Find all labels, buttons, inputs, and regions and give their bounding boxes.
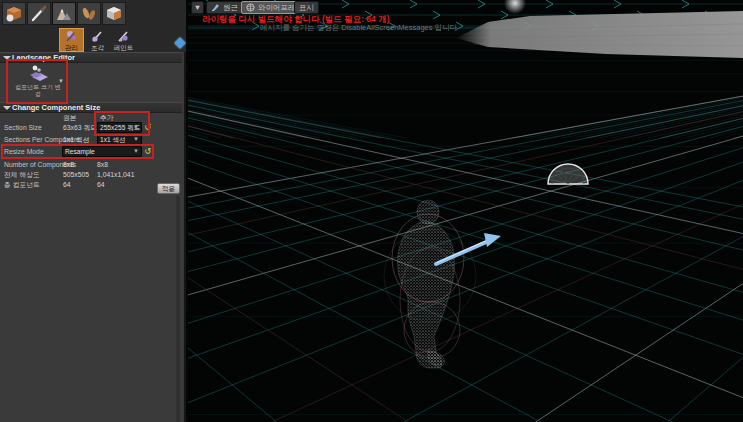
apply-button[interactable]: 적용 [157,183,180,194]
viewport-options-button[interactable]: ▼ [191,1,204,14]
geometry-edit-mode-button[interactable] [102,2,126,25]
prop-original-sections-per-component: 1x1 섹션 [63,134,89,145]
tool-dropdown-caret-icon[interactable]: ▼ [58,78,64,84]
sculpt-tab-label: 조각 [91,44,104,51]
chevron-down-icon: ▼ [133,135,139,144]
reset-to-default-icon[interactable]: ↺ [143,146,152,157]
landscape-wireframe-grid [188,26,743,422]
change-component-size-tool-button[interactable]: ▼ 컴포넌트 크기 변 경 [10,64,66,101]
sculpt-tab-icon [91,30,104,43]
wireframe-scene [188,0,743,422]
show-flags-label: 표시 [299,3,314,13]
change-component-size-title: Change Component Size [12,103,100,112]
prop-new-total-components: 64 [97,179,105,190]
landscape-tools-area: ▼ 컴포넌트 크기 변 경 [0,64,186,102]
landscape-editor-header[interactable]: Landscape Editor [0,52,182,63]
paint-tab-icon [117,30,130,43]
tool-caption-2: 경 [35,91,41,98]
section-size-dropdown[interactable]: 255x255 쿼드 ▼ [97,122,142,133]
prop-original-total-components: 64 [63,179,71,190]
perspective-button[interactable]: 원근 [206,1,243,14]
landscape-mode-button[interactable] [52,2,76,25]
modes-panel: 관리 조각 페인트 Landscape Editor [0,0,186,422]
panel-scrollbar[interactable] [176,196,180,422]
place-mode-button[interactable] [2,2,26,25]
chevron-down-icon: ▼ [133,123,139,132]
paint-mode-button[interactable] [27,2,51,25]
light-dome-gizmo[interactable] [548,164,588,184]
geometry-edit-mode-icon [105,5,123,23]
paint-tab-label: 페인트 [114,44,134,51]
chevron-down-icon: ▼ [133,147,139,156]
prop-original-section-size: 63x63 쿼드. [63,122,99,133]
change-component-size-header[interactable]: Change Component Size [0,102,182,113]
sections-per-component-dropdown[interactable]: 1x1 섹션 ▼ [97,134,142,145]
wireframe-icon [246,3,255,12]
column-header-original: 원본 [63,113,77,122]
horizon-glow [504,0,526,14]
paint-mode-icon [30,5,48,23]
landscape-manage-tab[interactable]: 관리 [59,28,84,52]
show-flags-button[interactable]: 표시 [294,1,319,14]
landscape-mode-icon [55,5,73,23]
3d-viewport[interactable]: ▼ 원근 와이어프레임 표시 라이팅을 다시 빌드해야 합니다 (빌드 필요: … [188,0,743,422]
resize-mode-dropdown-value: Resample [65,148,95,155]
distant-fine-grid [188,26,743,422]
manage-tab-icon [65,30,78,43]
change-component-size-icon [26,64,50,84]
sections-per-component-dropdown-value: 1x1 섹션 [100,136,126,143]
resize-mode-dropdown[interactable]: Resample ▼ [62,146,142,157]
modes-toolbar: 관리 조각 페인트 [0,0,186,52]
landscape-paint-tab[interactable]: 페인트 [111,28,136,52]
unreal-editor-window: 관리 조각 페인트 Landscape Editor [0,0,743,422]
prop-label-total-components: 총 컴포넌트 [4,179,40,190]
screen-messages-hint: 메시지를 숨기는 명령은 DisableAllScreenMessages 입니… [260,23,457,33]
expander-triangle-icon [3,106,11,110]
gem-icon[interactable] [174,37,185,48]
foliage-mode-icon [80,5,98,23]
distant-gray-terrain [456,11,743,58]
prop-label-resize-mode: Resize Mode [4,146,44,157]
character-mesh[interactable] [398,200,455,368]
foliage-mode-button[interactable] [77,2,101,25]
landscape-sculpt-tab[interactable]: 조각 [85,28,110,52]
landscape-editor-title: Landscape Editor [12,53,75,62]
perspective-icon [211,3,220,12]
manage-tab-label: 관리 [65,44,78,51]
column-header-new: 추가 [100,113,114,122]
place-mode-icon [5,5,23,23]
prop-label-section-size: Section Size [4,122,42,133]
reset-to-default-icon[interactable]: ↺ [143,122,152,133]
expander-triangle-icon [3,56,11,60]
perspective-label: 원근 [223,3,238,13]
